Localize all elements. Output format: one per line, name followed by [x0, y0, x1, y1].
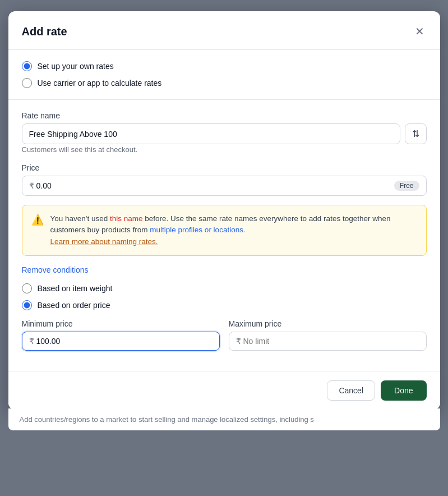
carrier-rates-label: Use carrier or app to calculate rates [38, 79, 162, 88]
order-price-label: Based on order price [38, 301, 110, 310]
price-label: Price [22, 163, 427, 172]
price-range-row: Minimum price ₹ Maximum price ₹ [22, 319, 427, 360]
price-group: Price ₹ Free [22, 163, 427, 196]
warning-highlight-name: this name [110, 214, 143, 223]
max-price-prefix: ₹ [236, 337, 241, 346]
done-button[interactable]: Done [381, 380, 426, 401]
rate-name-input-wrapper [22, 123, 400, 144]
bottom-bar: Add countries/regions to a market to sta… [8, 408, 440, 430]
price-input[interactable] [36, 181, 394, 190]
carrier-rates-option[interactable]: Use carrier or app to calculate rates [22, 78, 427, 88]
own-rates-option[interactable]: Set up your own rates [22, 61, 427, 71]
sort-icon: ⇅ [412, 128, 419, 139]
max-price-group: Maximum price ₹ [229, 319, 427, 351]
max-price-col: Maximum price ₹ [229, 319, 427, 360]
price-prefix: ₹ [29, 181, 34, 190]
remove-conditions-link[interactable]: Remove conditions [22, 265, 89, 274]
rate-name-input-row: ⇅ [22, 123, 427, 144]
rate-name-group: Rate name ⇅ Customers will see this at c… [22, 111, 427, 154]
own-rates-radio[interactable] [22, 61, 32, 71]
modal-footer: Cancel Done [8, 371, 440, 410]
modal: Add rate ✕ Set up your own rates Use car… [8, 11, 440, 410]
warning-alert: ⚠️ You haven't used this name before. Us… [22, 205, 427, 256]
item-weight-option[interactable]: Based on item weight [22, 283, 427, 293]
order-price-radio[interactable] [22, 300, 32, 310]
min-price-label: Minimum price [22, 319, 220, 328]
min-price-prefix: ₹ [29, 337, 34, 346]
close-icon: ✕ [415, 25, 424, 38]
conditions-section: Based on item weight Based on order pric… [22, 283, 427, 310]
modal-header: Add rate ✕ [8, 11, 440, 50]
warning-highlight-profiles: multiple profiles or locations. [150, 226, 245, 234]
order-price-option[interactable]: Based on order price [22, 300, 427, 310]
bottom-bar-text: Add countries/regions to a market to sta… [20, 415, 314, 424]
free-badge: Free [394, 181, 419, 191]
max-price-wrapper: ₹ [229, 332, 427, 351]
close-button[interactable]: ✕ [413, 22, 427, 40]
min-price-col: Minimum price ₹ [22, 319, 220, 360]
learn-more-link[interactable]: Learn more about naming rates. [50, 237, 158, 246]
min-price-wrapper: ₹ [22, 332, 220, 351]
form-section: Rate name ⇅ Customers will see this at c… [8, 100, 440, 371]
carrier-rates-radio[interactable] [22, 78, 32, 88]
rate-type-section: Set up your own rates Use carrier or app… [8, 50, 440, 100]
own-rates-label: Set up your own rates [38, 62, 114, 71]
rate-name-label: Rate name [22, 111, 427, 120]
max-price-input[interactable] [243, 337, 419, 346]
rate-name-input[interactable] [29, 130, 393, 139]
item-weight-label: Based on item weight [38, 284, 113, 293]
warning-icon: ⚠️ [31, 214, 44, 226]
max-price-label: Maximum price [229, 319, 427, 328]
min-price-input[interactable] [36, 337, 213, 346]
rate-name-hint: Customers will see this at checkout. [22, 145, 138, 154]
modal-title: Add rate [22, 25, 67, 38]
price-input-wrapper: ₹ Free [22, 176, 427, 196]
warning-text: You haven't used this name before. Use t… [50, 213, 417, 247]
min-price-group: Minimum price ₹ [22, 319, 220, 351]
modal-overlay: Add rate ✕ Set up your own rates Use car… [0, 0, 448, 496]
sort-button[interactable]: ⇅ [405, 123, 427, 144]
item-weight-radio[interactable] [22, 283, 32, 293]
cancel-button[interactable]: Cancel [327, 380, 375, 401]
